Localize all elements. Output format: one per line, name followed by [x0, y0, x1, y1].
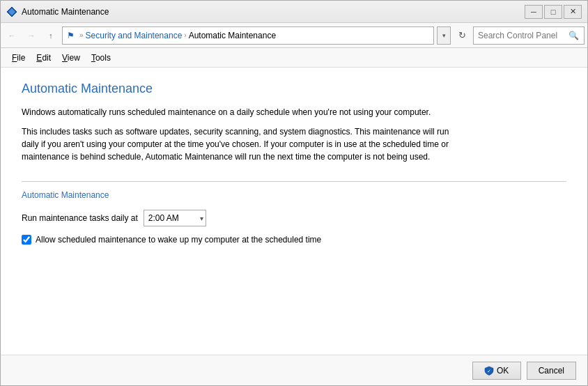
section-divider [22, 181, 566, 182]
breadcrumb-nav-separator: › [184, 31, 186, 39]
search-box: 🔍 [473, 26, 585, 45]
window-title: Automatic Maintenance [22, 7, 525, 17]
maintenance-time-row: Run maintenance tasks daily at 12:00 AM … [22, 210, 566, 226]
cancel-button[interactable]: Cancel [527, 362, 576, 380]
breadcrumb-parent-link[interactable]: Security and Maintenance [86, 31, 183, 40]
refresh-button[interactable]: ↻ [454, 27, 470, 44]
minimize-button[interactable]: ─ [525, 5, 543, 19]
menu-view[interactable]: View [56, 50, 86, 65]
window-controls: ─ □ ✕ [525, 5, 582, 19]
maximize-button[interactable]: □ [544, 5, 562, 19]
time-select-wrapper: 12:00 AM 1:00 AM 2:00 AM 3:00 AM 4:00 AM… [144, 210, 206, 226]
shield-icon: ✓ [484, 366, 494, 376]
search-icon[interactable]: 🔍 [568, 31, 579, 40]
up-button[interactable]: ↑ [42, 27, 59, 44]
breadcrumb-separator-left: » [79, 31, 84, 39]
footer: ✓ OK Cancel [1, 355, 587, 385]
time-select[interactable]: 12:00 AM 1:00 AM 2:00 AM 3:00 AM 4:00 AM… [144, 210, 206, 226]
svg-text:✓: ✓ [487, 369, 491, 373]
cancel-label: Cancel [539, 366, 564, 376]
breadcrumb: ⚑ » Security and Maintenance › Automatic… [62, 26, 434, 45]
ok-button[interactable]: ✓ OK [472, 362, 521, 380]
flag-icon: ⚑ [67, 31, 75, 40]
menu-file[interactable]: File [6, 50, 31, 65]
wake-checkbox-row: Allow scheduled maintenance to wake up m… [22, 235, 566, 245]
page-title: Automatic Maintenance [22, 82, 566, 96]
back-button[interactable]: ← [3, 27, 20, 44]
menu-tools[interactable]: Tools [86, 50, 116, 65]
menu-edit[interactable]: Edit [31, 50, 56, 65]
address-bar: ← → ↑ ⚑ » Security and Maintenance › Aut… [1, 23, 587, 48]
menu-bar: File Edit View Tools [1, 48, 587, 68]
maintenance-time-label: Run maintenance tasks daily at [22, 213, 138, 223]
wake-checkbox-label[interactable]: Allow scheduled maintenance to wake up m… [36, 235, 321, 245]
title-bar: Automatic Maintenance ─ □ ✕ [1, 1, 587, 23]
breadcrumb-current: Automatic Maintenance [189, 31, 276, 40]
main-window: Automatic Maintenance ─ □ ✕ ← → ↑ ⚑ » Se… [0, 0, 588, 386]
forward-button[interactable]: → [23, 27, 40, 44]
ok-label: OK [497, 366, 509, 376]
content-area: Automatic Maintenance Windows automatica… [1, 68, 587, 355]
window-icon [6, 6, 17, 17]
section-title: Automatic Maintenance [22, 190, 566, 200]
close-button[interactable]: ✕ [564, 5, 582, 19]
wake-checkbox[interactable] [22, 235, 31, 245]
address-dropdown-button[interactable]: ▾ [437, 26, 451, 45]
description-text-2: This includes tasks such as software upd… [22, 125, 454, 163]
description-text-1: Windows automatically runs scheduled mai… [22, 106, 454, 118]
search-input[interactable] [478, 31, 568, 40]
